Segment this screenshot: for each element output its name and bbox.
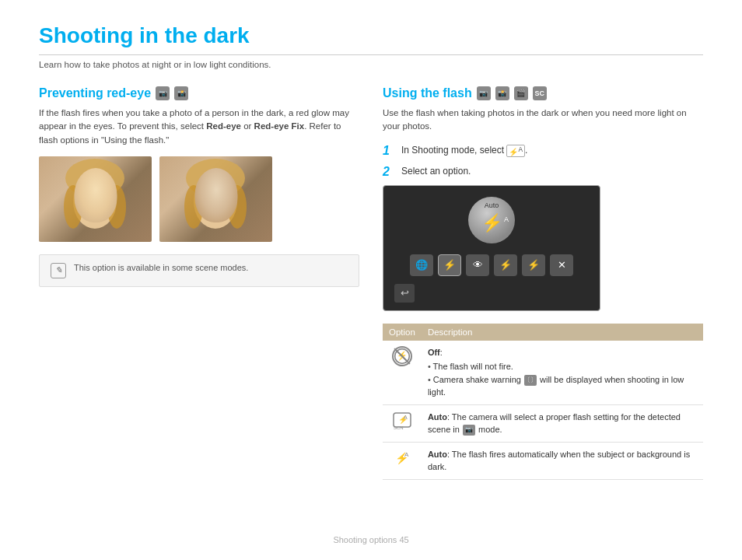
svg-point-3 xyxy=(107,185,126,229)
option-auto-desc: Auto: The flash fires automatically when… xyxy=(422,442,703,479)
cam-btn-redeye[interactable]: 👁 xyxy=(466,254,489,276)
using-the-flash-heading: Using the flash 📷 📸 🎬 SC xyxy=(383,86,703,100)
svg-point-9 xyxy=(184,185,203,229)
camera-ui-mockup: Auto ⚡ A 🌐 ⚡ 👁 ⚡ ⚡ ✕ ↩ xyxy=(383,185,600,311)
option-auto-scene-desc: Auto: The camera will select a proper fl… xyxy=(422,404,703,442)
auto-scene-flash-icon: ⚡ A SCN xyxy=(392,411,412,431)
option-auto-icon-cell: ⚡ A xyxy=(383,442,422,479)
svg-text:A: A xyxy=(404,451,409,458)
table-row: ⚡ A Auto: The flash fires automatically … xyxy=(383,442,703,479)
camera-icon-2: 📸 xyxy=(174,86,188,100)
table-header-row: Option Description xyxy=(383,324,703,341)
svg-text:A: A xyxy=(404,415,408,420)
step-2: 2 Select an option. xyxy=(383,164,703,179)
svg-point-0 xyxy=(65,159,124,198)
footer-text: Shooting options 45 xyxy=(333,535,408,544)
auto-flash-circle: Auto ⚡ A xyxy=(468,197,515,243)
svg-text:SCN: SCN xyxy=(394,425,404,430)
step-1: 1 In Shooting mode, select ⚡A. xyxy=(383,143,703,158)
shake-icon: 〔〕 xyxy=(524,375,537,386)
photo-fixed xyxy=(159,156,272,242)
cam-btn-flash-slow[interactable]: ⚡ xyxy=(522,254,545,276)
flash-icon-2: 📸 xyxy=(495,86,509,100)
flash-heading-text: Using the flash xyxy=(383,86,472,100)
step-2-number: 2 xyxy=(383,164,397,179)
note-icon: ✎ xyxy=(51,263,66,278)
col-option-header: Option xyxy=(383,324,422,341)
table-row: ⚡ Off: The flash will not fire. Camera s… xyxy=(383,341,703,405)
cam-btn-flash-auto[interactable]: ⚡ xyxy=(438,254,461,276)
page-footer: Shooting options 45 xyxy=(0,535,742,544)
note-text: This option is available in some scene m… xyxy=(74,263,248,272)
svg-point-7 xyxy=(186,159,245,198)
svg-point-10 xyxy=(228,185,247,229)
note-box: ✎ This option is available in some scene… xyxy=(39,254,359,287)
option-auto-scene-icon-cell: ⚡ A SCN xyxy=(383,404,422,442)
photo-red-eye xyxy=(39,156,152,242)
cam-btn-flash-on[interactable]: ⚡ xyxy=(494,254,517,276)
off-bullet-2: Camera shake warning 〔〕 will be displaye… xyxy=(428,373,697,399)
cam-btn-globe[interactable]: 🌐 xyxy=(410,254,433,276)
svg-point-6 xyxy=(92,205,98,209)
example-photos xyxy=(39,156,359,242)
flash-icon-4: SC xyxy=(533,86,547,100)
flash-superscript: A xyxy=(504,215,509,223)
col-description-header: Description xyxy=(422,324,703,341)
scene-mode-icon: 📷 xyxy=(463,425,475,436)
page-subtitle: Learn how to take photos at night or in … xyxy=(39,60,703,69)
auto-label: Auto xyxy=(485,201,499,209)
option-icon-cell: ⚡ xyxy=(383,341,422,405)
cam-btn-flash-off[interactable]: ✕ xyxy=(550,254,573,276)
flash-intro: Use the flash when taking photos in the … xyxy=(383,107,703,134)
flash-icon-3: 🎬 xyxy=(514,86,528,100)
page-title: Shooting in the dark xyxy=(39,23,703,55)
svg-text:⚡: ⚡ xyxy=(397,350,408,361)
preventing-red-eye-heading: Preventing red-eye 📷 📸 xyxy=(39,86,359,100)
svg-point-14 xyxy=(222,198,226,201)
svg-point-15 xyxy=(212,205,219,209)
main-content: Preventing red-eye 📷 📸 If the flash fire… xyxy=(39,86,703,480)
step-1-text: In Shooting mode, select ⚡A. xyxy=(401,143,527,157)
flash-bolt-icon: ⚡ xyxy=(481,213,502,233)
flash-icon-1: 📷 xyxy=(477,86,491,100)
flash-off-icon: ⚡ xyxy=(392,346,412,366)
heading-text: Preventing red-eye xyxy=(39,86,151,100)
camera-icon-row: 🌐 ⚡ 👁 ⚡ ⚡ ✕ xyxy=(394,254,589,276)
off-bullet-1: The flash will not fire. xyxy=(428,360,697,373)
option-off-desc: Off: The flash will not fire. Camera sha… xyxy=(422,341,703,405)
cam-btn-back[interactable]: ↩ xyxy=(394,284,415,303)
svg-point-13 xyxy=(206,198,209,201)
auto-flash-icon: ⚡ A xyxy=(392,448,412,468)
svg-point-4 xyxy=(83,196,91,202)
svg-point-12 xyxy=(220,196,228,202)
svg-point-11 xyxy=(204,196,212,202)
right-column: Using the flash 📷 📸 🎬 SC Use the flash w… xyxy=(383,86,703,480)
camera-icon-1: 📷 xyxy=(156,86,170,100)
red-eye-description: If the flash fires when you take a photo… xyxy=(39,107,359,147)
svg-point-5 xyxy=(100,196,107,202)
table-row: ⚡ A SCN Auto: The camera will select a p… xyxy=(383,404,703,442)
options-table: Option Description ⚡ xyxy=(383,324,703,480)
left-column: Preventing red-eye 📷 📸 If the flash fire… xyxy=(39,86,359,480)
step-1-number: 1 xyxy=(383,143,397,158)
camera-auto-circle-container: Auto ⚡ A xyxy=(394,197,589,243)
svg-point-2 xyxy=(64,185,82,229)
step-2-text: Select an option. xyxy=(401,164,471,177)
flash-a-icon: ⚡A xyxy=(506,145,525,157)
